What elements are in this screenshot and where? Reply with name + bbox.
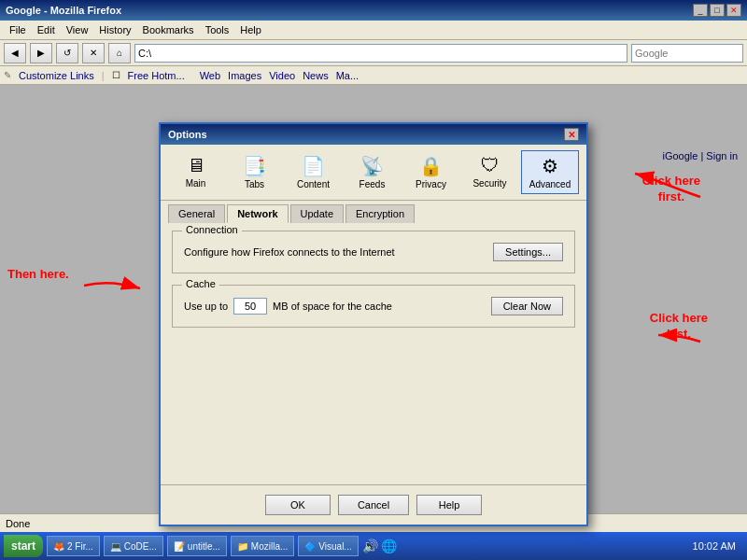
toolbar-security[interactable]: 🛡 Security xyxy=(462,150,517,194)
main-icon: 🖥 xyxy=(187,155,205,176)
close-button[interactable]: ✕ xyxy=(726,4,741,17)
tab-network[interactable]: Network xyxy=(227,204,288,223)
toolbar-privacy[interactable]: 🔒 Privacy xyxy=(403,150,458,194)
dialog-tabs: General Network Update Encryption xyxy=(161,201,586,223)
forward-button[interactable]: ▶ xyxy=(30,43,52,63)
taskbar-mozilla[interactable]: 📁 Mozilla... xyxy=(231,536,294,556)
main-label: Main xyxy=(186,178,206,189)
connection-section: Connection Configure how Firefox connect… xyxy=(172,231,575,273)
toolbar-feeds[interactable]: 📡 Feeds xyxy=(345,150,400,194)
browser-title: Google - Mozilla Firefox xyxy=(6,5,121,16)
title-bar: Google - Mozilla Firefox _ □ ✕ xyxy=(0,0,747,21)
taskbar-code-label: CoDE... xyxy=(124,541,157,552)
menu-history[interactable]: History xyxy=(93,22,136,37)
taskbar-visual-icon: 🔷 xyxy=(304,541,316,552)
advanced-label: Advanced xyxy=(529,179,571,189)
cache-label: Cache xyxy=(182,278,219,289)
cache-section: Cache Use up to MB of space for the cach… xyxy=(172,285,575,328)
menu-bar: File Edit View History Bookmarks Tools H… xyxy=(0,21,747,40)
dialog-toolbar: 🖥 Main 📑 Tabs 📄 Content 📡 Feeds xyxy=(161,145,586,201)
reload-button[interactable]: ↺ xyxy=(56,43,78,63)
content-label: Content xyxy=(297,179,330,189)
mb-text: MB of space for the cache xyxy=(273,301,392,312)
cancel-button[interactable]: Cancel xyxy=(338,495,409,515)
images-link[interactable]: Images xyxy=(228,70,261,81)
dialog-titlebar: Options ✕ xyxy=(161,124,586,145)
free-hotm-link[interactable]: Free Hotm... xyxy=(128,70,185,81)
maximize-button[interactable]: □ xyxy=(710,4,725,17)
tab-encryption[interactable]: Encryption xyxy=(345,204,415,223)
video-link[interactable]: Video xyxy=(269,70,295,81)
minimize-button[interactable]: _ xyxy=(693,4,708,17)
ok-button[interactable]: OK xyxy=(265,495,331,515)
status-text: Done xyxy=(6,518,30,529)
advanced-icon: ⚙ xyxy=(542,155,558,177)
home-button[interactable]: ⌂ xyxy=(108,43,131,63)
taskbar-ff-label: 2 Fir... xyxy=(67,541,93,552)
toolbar-content[interactable]: 📄 Content xyxy=(286,150,341,194)
content-icon: 📄 xyxy=(302,155,325,177)
tabs-label: Tabs xyxy=(245,179,264,189)
taskbar-code[interactable]: 💻 CoDE... xyxy=(104,536,163,556)
taskbar-visual[interactable]: 🔷 Visual... xyxy=(298,536,358,556)
dialog-close-button[interactable]: ✕ xyxy=(564,128,579,141)
customize-links[interactable]: Customize Links xyxy=(19,70,94,81)
taskbar-firefox[interactable]: 🦊 2 Fir... xyxy=(47,536,100,556)
tabs-icon: 📑 xyxy=(243,155,266,177)
security-label: Security xyxy=(472,178,506,189)
taskbar: start 🦊 2 Fir... 💻 CoDE... 📝 untitle... … xyxy=(0,532,747,560)
menu-help[interactable]: Help xyxy=(234,22,267,37)
taskbar-untitle-icon: 📝 xyxy=(174,541,185,552)
dialog-content: Connection Configure how Firefox connect… xyxy=(161,223,586,484)
dialog-footer: OK Cancel Help xyxy=(161,484,586,525)
more-link[interactable]: Ma... xyxy=(336,70,359,81)
menu-bookmarks[interactable]: Bookmarks xyxy=(137,22,200,37)
taskbar-ff-icon: 🦊 xyxy=(53,541,64,552)
address-input[interactable] xyxy=(134,44,627,63)
browser-content: iGoogle | Sign in Options ✕ 🖥 Main xyxy=(0,85,747,513)
web-link[interactable]: Web xyxy=(200,70,220,81)
menu-file[interactable]: File xyxy=(4,22,32,37)
privacy-icon: 🔒 xyxy=(419,155,443,177)
back-button[interactable]: ◀ xyxy=(4,43,26,63)
menu-tools[interactable]: Tools xyxy=(200,22,235,37)
title-bar-buttons: _ □ ✕ xyxy=(693,4,741,17)
system-tray: 🔊 🌐 xyxy=(362,539,397,553)
search-input[interactable] xyxy=(631,44,743,63)
tab-update[interactable]: Update xyxy=(290,204,344,223)
toolbar-tabs[interactable]: 📑 Tabs xyxy=(227,150,282,194)
taskbar-mozilla-icon: 📁 xyxy=(237,541,248,552)
taskbar-untitle[interactable]: 📝 untitle... xyxy=(167,536,227,556)
taskbar-clock: 10:02 AM xyxy=(685,540,743,552)
tab-general[interactable]: General xyxy=(168,204,225,223)
tray-icon-1: 🔊 xyxy=(362,539,378,553)
options-dialog: Options ✕ 🖥 Main 📑 Tabs 📄 Conten xyxy=(159,122,588,526)
feeds-label: Feeds xyxy=(359,179,386,189)
start-button[interactable]: start xyxy=(4,535,43,557)
links-bar: ✎ Customize Links | ☐ Free Hotm... Web I… xyxy=(0,66,747,85)
toolbar: ◀ ▶ ↺ ✕ ⌂ xyxy=(0,40,747,66)
clear-now-button[interactable]: Clear Now xyxy=(491,297,563,315)
cache-size-input[interactable] xyxy=(233,298,267,315)
news-link[interactable]: News xyxy=(303,70,329,81)
help-button[interactable]: Help xyxy=(416,495,482,515)
browser-window: Google - Mozilla Firefox _ □ ✕ File Edit… xyxy=(0,0,747,560)
taskbar-untitle-label: untitle... xyxy=(188,541,220,552)
taskbar-visual-label: Visual... xyxy=(318,541,351,552)
cache-row: Use up to MB of space for the cache Clea… xyxy=(184,293,563,319)
menu-view[interactable]: View xyxy=(61,22,94,37)
security-icon: 🛡 xyxy=(481,155,500,176)
menu-edit[interactable]: Edit xyxy=(32,22,61,37)
taskbar-mozilla-label: Mozilla... xyxy=(251,541,288,552)
connection-description: Configure how Firefox connects to the In… xyxy=(184,246,395,258)
privacy-label: Privacy xyxy=(416,179,446,189)
tray-icon-2: 🌐 xyxy=(381,539,397,553)
stop-button[interactable]: ✕ xyxy=(82,43,105,63)
connection-label: Connection xyxy=(182,224,242,235)
use-up-to-text: Use up to xyxy=(184,301,228,312)
dialog-title: Options xyxy=(168,129,207,140)
settings-button[interactable]: Settings... xyxy=(493,243,563,261)
modal-overlay: Options ✕ 🖥 Main 📑 Tabs 📄 Conten xyxy=(0,85,747,513)
toolbar-advanced[interactable]: ⚙ Advanced xyxy=(521,150,579,194)
toolbar-main[interactable]: 🖥 Main xyxy=(168,150,223,194)
